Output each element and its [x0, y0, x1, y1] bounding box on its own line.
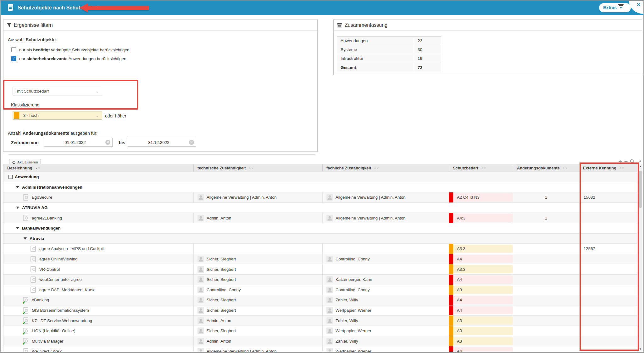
group-row[interactable]: Anwendung — [3, 172, 637, 182]
sort-icons[interactable]: ▲∨ — [35, 166, 41, 170]
person-icon — [197, 215, 204, 221]
filter-icon — [7, 23, 11, 27]
column-header--nderungsdokumente[interactable]: Änderungsdokumente∧∨ — [513, 164, 579, 172]
table-row[interactable]: agree Analysen - ViPS und CockpitA3:3125… — [3, 244, 637, 254]
schutzbedarf-value: A3:3 — [453, 245, 513, 253]
technische-zustaendigkeit-cell: Sicher, Siegbert — [193, 264, 322, 274]
group-row[interactable]: Atruvia — [3, 234, 637, 244]
technische-zustaendigkeit-cell: Admin, Anton — [193, 316, 322, 326]
item-label: LION (Liquidität-Online) — [32, 328, 75, 333]
group-label: ATRUVIA AG — [22, 205, 47, 210]
date-from-field[interactable]: ✕ — [44, 138, 113, 147]
group-row[interactable]: Bankanwendungen — [3, 223, 637, 234]
fachliche-zustaendigkeit-cell-text: Allgemeine Verwaltung | Admin, Anton — [336, 195, 406, 200]
summary-row-label: Systeme — [337, 45, 414, 54]
person-icon — [197, 338, 204, 344]
scrollbar-thumb[interactable] — [639, 171, 642, 208]
fachliche-zustaendigkeit-cell: Allgemeine Verwaltung | Admin, Anton — [322, 192, 449, 202]
technische-zustaendigkeit-cell-text: Controlling, Conny — [207, 288, 241, 292]
technische-zustaendigkeit-cell: Sicher, Siegbert — [193, 326, 322, 336]
table-row[interactable]: VR-ControlSicher, SiegbertA3:3 — [3, 264, 637, 275]
column-header-fachliche-zust-ndigkeit[interactable]: fachliche Zuständigkeit∧∨ — [322, 164, 449, 172]
severity-swatch — [449, 295, 453, 305]
schutzbedarf-select[interactable]: mit Schutzbedarf ⌄ — [13, 87, 102, 95]
column-header-technische-zust-ndigkeit[interactable]: technische Zuständigkeit∧∨ — [193, 164, 322, 172]
technische-zustaendigkeit-cell: Admin, Anton — [193, 213, 322, 223]
table-row[interactable]: agree BAP: Marktdaten, KurseControlling,… — [3, 285, 637, 295]
scroll-up-icon[interactable]: ▲ — [638, 164, 643, 169]
application-icon — [23, 194, 28, 201]
checkbox-benoetigt[interactable]: nur als benötigt verknüpfte Schutzobjekt… — [11, 47, 129, 52]
column-header-schutzbedarf[interactable]: Schutzbedarf∧∨ — [449, 164, 513, 172]
vertical-scrollbar[interactable]: ▲ ▼ — [638, 164, 642, 352]
table-row[interactable]: LION (Liquidität-Online)Sicher, Siegbert… — [3, 326, 637, 336]
aenderungsdokumente-cell — [513, 275, 579, 285]
table-row[interactable]: agree OnlineViewingSicher, SiegbertContr… — [3, 254, 637, 265]
table-row[interactable]: K7 - DZ Service WebanwendungAdmin, Anton… — [3, 316, 637, 326]
bezeichnung-cell: Multivia Manager — [3, 336, 193, 346]
date-to-field[interactable]: ✕ — [128, 138, 196, 147]
chevron-down-icon: ⌄ — [96, 89, 99, 94]
fachliche-zustaendigkeit-cell: Zahler, Willy — [322, 336, 449, 346]
aenderungsdokumente-cell: 1 — [513, 213, 579, 223]
table-row[interactable]: EgoSecureAllgemeine Verwaltung | Admin, … — [3, 192, 637, 203]
column-header-bezeichnung[interactable]: Bezeichnung▲∨ — [3, 164, 193, 172]
externe-kennung-cell — [579, 336, 637, 346]
sort-icons[interactable]: ∧∨ — [619, 166, 625, 170]
person-icon — [326, 307, 333, 314]
date-from-input[interactable] — [44, 140, 105, 145]
sort-icons[interactable]: ∧∨ — [249, 166, 254, 170]
clear-date-icon[interactable]: ✕ — [105, 140, 110, 145]
sort-icons[interactable]: ∧∨ — [374, 166, 379, 170]
schutzbedarf-value: A3 — [453, 316, 513, 325]
extras-button[interactable]: Extras▼ — [599, 3, 631, 12]
summary-icon — [337, 23, 342, 27]
group-row[interactable]: ATRUVIA AG — [3, 203, 637, 213]
schutzbedarf-cell: A4:3 — [449, 213, 513, 223]
plus-icon[interactable]: + — [619, 159, 622, 164]
sort-icons[interactable]: ∧∨ — [481, 166, 486, 170]
bis-label: bis — [119, 140, 125, 145]
minus-icon[interactable]: − — [624, 159, 628, 164]
collapse-box-icon[interactable] — [8, 175, 13, 179]
date-to-input[interactable] — [128, 140, 189, 145]
checkbox-sicherheitsrelevant[interactable]: ✓ nur sicherheitsrelevante Anwendungen b… — [11, 56, 126, 61]
bezeichnung-cell: eBanking — [3, 295, 193, 305]
technische-zustaendigkeit-cell-text: Sicher, Siegbert — [207, 328, 236, 333]
aenderungsdokumente-cell — [513, 295, 579, 305]
clear-date-icon[interactable]: ✕ — [189, 140, 194, 145]
item-label: agree Analysen - ViPS und Cockpit — [39, 246, 104, 251]
fachliche-zustaendigkeit-cell — [322, 244, 449, 254]
checkbox-icon[interactable] — [11, 47, 16, 52]
close-icon[interactable]: ✕ — [636, 2, 641, 8]
externe-kennung-cell — [579, 254, 637, 264]
fachliche-zustaendigkeit-cell-text: Zahler, Willy — [336, 318, 358, 323]
person-icon — [326, 327, 333, 334]
table-row[interactable]: eBankingSicher, SiegbertZahler, WillyA4 — [3, 295, 637, 305]
column-header-externe-kennung[interactable]: Externe Kennung∧∨ — [579, 164, 637, 172]
schutzbedarf-value: A4:3 — [453, 214, 513, 222]
klassifizierung-select[interactable]: 3 - hoch ⌄ — [13, 111, 102, 120]
collapse-caret-icon[interactable] — [16, 186, 19, 188]
table-row[interactable]: WPDirect / WP2Allgemeine Verwaltung | Ad… — [3, 346, 637, 352]
table-row[interactable]: agree21BankingAdmin, AntonAllgemeine Ver… — [3, 213, 637, 223]
collapse-caret-icon[interactable] — [24, 237, 27, 240]
collapse-caret-icon[interactable] — [16, 227, 19, 229]
bezeichnung-cell: agree Analysen - ViPS und Cockpit — [3, 244, 193, 254]
table-row[interactable]: webCenter unter agreeSicher, SiegbertKat… — [3, 275, 637, 285]
collapse-caret-icon[interactable] — [16, 207, 19, 209]
technische-zustaendigkeit-cell-text: Sicher, Siegbert — [207, 267, 236, 272]
checkbox-checked-icon[interactable]: ✓ — [11, 56, 16, 61]
schutzbedarf-cell: A4 — [449, 346, 513, 352]
technische-zustaendigkeit-cell-text: Sicher, Siegbert — [207, 257, 236, 261]
wrench-icon[interactable] — [637, 159, 642, 164]
bezeichnung-cell: VR-Control — [3, 264, 193, 274]
sort-icons[interactable]: ∧∨ — [563, 166, 568, 170]
group-row[interactable]: Administrationsanwendungen — [3, 182, 637, 193]
table-row[interactable]: Multivia ManagerAdmin, AntonZahler, Will… — [3, 336, 637, 347]
search-icon[interactable] — [630, 159, 635, 164]
scroll-down-icon[interactable]: ▼ — [638, 347, 643, 352]
item-label: WPDirect / WP2 — [32, 349, 62, 352]
table-row[interactable]: GIS BörseninformationssystemSicher, Sieg… — [3, 305, 637, 316]
bezeichnung-cell: K7 - DZ Service Webanwendung — [3, 316, 193, 326]
